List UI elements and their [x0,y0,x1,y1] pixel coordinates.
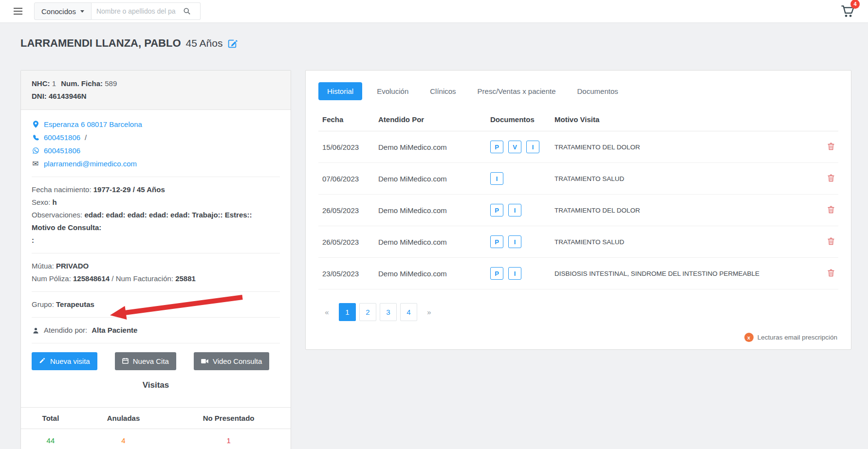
video-consulta-button[interactable]: Video Consulta [194,352,269,370]
email-line: ✉ plarramendi@mimedico.com [32,157,280,170]
tab-clinicos[interactable]: Clínicos [423,82,462,100]
tab-presc-ventas-x-paciente[interactable]: Presc/Ventas x paciente [471,82,563,100]
visit-date: 07/06/2023 [318,163,374,195]
map-marker-icon [32,121,39,128]
history-col-actions [815,108,838,131]
chevron-down-icon [80,10,84,13]
visitas-table: TotalAnuladasNo Presentado 4441 [21,407,291,449]
divider [32,343,280,343]
sex-label: Sexo: [32,198,50,206]
delete-visit-button[interactable] [828,237,834,247]
doc-button-i[interactable]: I [490,172,503,185]
observations-label: Observaciones: [32,211,82,219]
tab-documentos[interactable]: Documentos [571,82,625,100]
visit-reason: TRATAMIENTO DEL DOLOR [551,131,815,163]
history-row: 26/05/2023Demo MiMedico.comPITRATAMIENTO… [318,226,838,258]
search-type-label: Conocidos [41,7,76,16]
page-next[interactable]: » [421,303,438,321]
poliza-line: Num Póliza: 125848614 / Num Facturación:… [32,272,280,285]
cart-button[interactable]: 4 [841,3,855,20]
doc-button-p[interactable]: P [490,235,503,248]
search-type-dropdown[interactable]: Conocidos [34,2,92,20]
document-buttons: PI [486,258,551,289]
doc-button-i[interactable]: I [526,141,539,153]
tab-historial[interactable]: Historial [318,82,362,100]
divider [32,317,280,318]
phone-line: 600451806 / [32,131,280,144]
nhc-label: NHC: [32,79,50,88]
delete-visit-button[interactable] [828,143,834,152]
divider [32,253,280,253]
search-field [92,2,201,20]
mutua-value: PRIVADO [56,262,89,270]
page-prev[interactable]: « [318,303,335,321]
menu-icon[interactable] [13,6,23,17]
doc-button-v[interactable]: V [508,141,521,153]
page-4[interactable]: 4 [400,303,417,321]
nueva-cita-label: Nueva Cita [133,357,169,365]
search-icon[interactable] [184,8,190,15]
sex-line: Sexo: h [32,196,280,209]
email-reads-note: x Lecturas email prescripción [744,333,837,342]
edit-patient-icon[interactable] [227,38,238,49]
dni-value: 46143946N [49,92,87,100]
user-icon [32,327,39,334]
address-link[interactable]: Esperanza 6 08017 Barcelona [44,118,142,131]
patient-ids-header: NHC: 1 Num. Ficha: 589 DNI: 46143946N [21,71,291,110]
birth-line: Fecha nacimiento: 1977-12-29 / 45 Años [32,183,280,196]
history-col-documentos: Documentos [486,108,551,131]
phone-link[interactable]: 600451806 [44,131,80,144]
envelope-icon: ✉ [32,160,39,168]
atendido-value: Alta Paciente [92,324,137,337]
visit-date: 26/05/2023 [318,226,374,258]
birth-label: Fecha nacimiento: [32,185,92,194]
patient-info-card: NHC: 1 Num. Ficha: 589 DNI: 46143946N Es… [20,70,291,449]
visit-date: 15/06/2023 [318,131,374,163]
doc-button-i[interactable]: I [508,204,521,216]
visitas-col-total: Total [21,408,80,429]
delete-visit-button[interactable] [828,269,834,278]
grupo-value: Terapeutas [56,300,94,308]
search-input[interactable] [96,7,182,15]
grupo-label: Grupo: [32,300,54,308]
delete-visit-button[interactable] [828,174,834,183]
pagination: «1234» [318,303,838,321]
trash-icon [828,176,834,183]
document-buttons: I [486,163,551,195]
tab-evolucion[interactable]: Evolución [370,82,415,100]
doc-button-p[interactable]: P [490,267,503,280]
delete-visit-button[interactable] [828,206,834,215]
visitas-head-row: TotalAnuladasNo Presentado [21,408,291,429]
page-1[interactable]: 1 [339,303,356,321]
whatsapp-link[interactable]: 600451806 [44,144,80,157]
poliza-separator: / [111,274,113,283]
ficha-value: 589 [105,79,117,88]
page-3[interactable]: 3 [380,303,397,321]
mutua-label: Mútua: [32,262,54,270]
attended-by: Demo MiMedico.com [374,131,486,163]
page-2[interactable]: 2 [359,303,376,321]
dni-label: DNI: [32,92,47,100]
atendido-label: Atendido por: [44,324,87,337]
attended-by: Demo MiMedico.com [374,226,486,258]
nhc-value: 1 [52,79,56,88]
prescription-reads-badge: x [744,333,754,342]
patient-age: 45 Años [186,37,223,49]
patient-name: LARRAMENDI LLANZA, PABLO [20,37,181,50]
doc-button-i[interactable]: I [508,267,521,280]
dni-line: DNI: 46143946N [32,90,280,103]
trash-icon [828,271,834,278]
poliza-label: Num Póliza: [32,274,71,283]
doc-button-i[interactable]: I [508,235,521,248]
whatsapp-line: 600451806 [32,144,280,157]
nueva-visita-button[interactable]: Nueva visita [32,352,97,370]
whatsapp-icon [32,147,39,154]
nueva-cita-button[interactable]: Nueva Cita [115,352,176,370]
birth-value: 1977-12-29 / 45 Años [93,185,165,194]
doc-button-p[interactable]: P [490,141,503,153]
doc-button-p[interactable]: P [490,204,503,216]
nueva-visita-label: Nueva visita [50,357,90,365]
email-link[interactable]: plarramendi@mimedico.com [44,157,137,170]
calendar-icon [122,357,129,365]
history-head-row: FechaAtendido PorDocumentosMotivo Visita [318,108,838,131]
